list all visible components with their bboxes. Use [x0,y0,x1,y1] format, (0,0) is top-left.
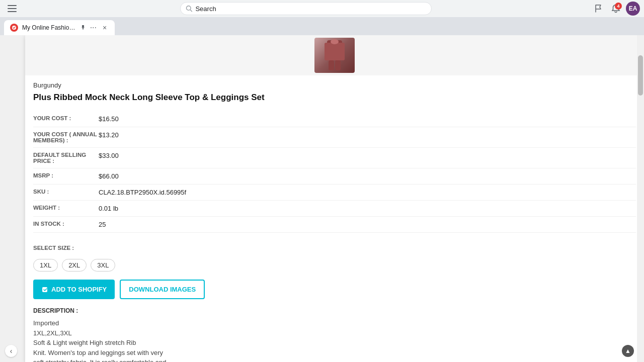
svg-rect-9 [329,60,334,70]
size-1xl[interactable]: 1XL [33,259,58,272]
in-stock-value: 25 [99,217,636,233]
msrp-value: $66.00 [99,168,636,185]
scroll-to-top-button[interactable]: ▲ [622,345,634,357]
in-stock-label: IN STOCK : [33,217,99,233]
desc-line-3: Soft & Light weight High stretch Rib [33,339,136,346]
table-row: YOUR COST ( ANNUAL MEMBERS) : $13.20 [33,127,636,148]
desc-line-2: 1XL,2XL,3XL [33,329,72,337]
notifications-icon-btn[interactable]: 4 [609,2,623,16]
select-size-label: SELECT SIZE : [33,241,99,255]
tab-favicon [10,24,18,32]
browser-toolbar: 4 EA [0,0,644,17]
menu-icon[interactable] [4,1,20,17]
svg-line-4 [190,10,192,11]
weight-label: WEIGHT : [33,201,99,217]
tab-more-button[interactable]: ··· [90,23,97,32]
main-area: Burgundy Plus Ribbed Mock Neck Long Slee… [0,35,644,362]
search-input[interactable] [195,5,426,13]
product-color: Burgundy [33,81,636,89]
desc-line-4: Knit. Women's top and leggings set with … [33,349,163,356]
svg-point-8 [331,39,339,44]
tab-bar: My Online Fashion Store ··· × [0,17,644,35]
product-panel: Burgundy Plus Ribbed Mock Neck Long Slee… [25,35,644,362]
add-to-shopify-button[interactable]: ADD TO SHOPIFY [33,280,115,299]
active-tab[interactable]: My Online Fashion Store ··· × [4,20,115,35]
svg-rect-1 [8,8,17,9]
notification-badge: 4 [615,3,622,10]
tab-title: My Online Fashion Store [22,24,76,31]
description-title: DESCRIPTION : [33,307,636,314]
product-details-table: YOUR COST : $16.50 YOUR COST ( ANNUAL ME… [33,111,636,233]
search-icon [186,5,192,12]
annual-cost-label: YOUR COST ( ANNUAL MEMBERS) : [33,127,99,148]
scrollbar[interactable] [637,35,644,362]
svg-rect-11 [42,287,47,292]
annual-cost-value: $13.20 [99,127,636,148]
download-images-button[interactable]: DOWNLOAD IMAGES [120,280,205,299]
action-buttons: ADD TO SHOPIFY DOWNLOAD IMAGES [33,280,636,299]
search-bar[interactable] [180,2,432,15]
browser-chrome: 4 EA My Online Fashion Store ··· × [0,0,644,35]
product-info: Burgundy Plus Ribbed Mock Neck Long Slee… [25,75,644,362]
table-row: IN STOCK : 25 [33,217,636,233]
tab-pin-button[interactable] [80,24,86,32]
table-row: MSRP : $66.00 [33,168,636,185]
shopify-icon [41,286,48,293]
size-3xl[interactable]: 3XL [91,259,115,272]
desc-line-5: soft stretchy fabric. It is really comfo… [33,358,166,362]
size-options: 1XL 2XL 3XL [33,259,636,272]
table-row: DEFAULT SELLING PRICE : $33.00 [33,148,636,168]
product-image-area [25,35,644,75]
user-avatar[interactable]: EA [626,2,640,16]
selling-price-value: $33.00 [99,148,636,168]
sku-label: SKU : [33,185,99,201]
product-title: Plus Ribbed Mock Neck Long Sleeve Top & … [33,92,636,103]
msrp-label: MSRP : [33,168,99,185]
sku-value: CLA2.18.BTP2950X.id.56995f [99,185,636,201]
toolbar-right: 4 EA [592,2,640,16]
table-row: WEIGHT : 0.01 lb [33,201,636,217]
size-2xl[interactable]: 2XL [62,259,87,272]
scrollbar-thumb[interactable] [638,55,643,96]
svg-rect-2 [8,11,17,12]
desc-line-1: Imported [33,319,59,327]
your-cost-label: YOUR COST : [33,111,99,127]
weight-value: 0.01 lb [99,201,636,217]
description-section: DESCRIPTION : Imported 1XL,2XL,3XL Soft … [33,307,636,362]
page-content: Burgundy Plus Ribbed Mock Neck Long Slee… [0,35,644,362]
prev-arrow[interactable]: ‹ [5,345,17,357]
svg-rect-10 [335,60,341,70]
tab-close-button[interactable]: × [101,24,109,32]
selling-price-label: DEFAULT SELLING PRICE : [33,148,99,168]
description-text: Imported 1XL,2XL,3XL Soft & Light weight… [33,318,636,362]
svg-rect-7 [325,43,345,60]
table-row: YOUR COST : $16.50 [33,111,636,127]
your-cost-value: $16.50 [99,111,636,127]
table-row: SKU : CLA2.18.BTP2950X.id.56995f [33,185,636,201]
flag-icon-btn[interactable] [592,2,606,16]
select-size-section: SELECT SIZE : 1XL 2XL 3XL [33,241,636,272]
svg-rect-0 [8,5,17,6]
product-image [314,38,355,73]
